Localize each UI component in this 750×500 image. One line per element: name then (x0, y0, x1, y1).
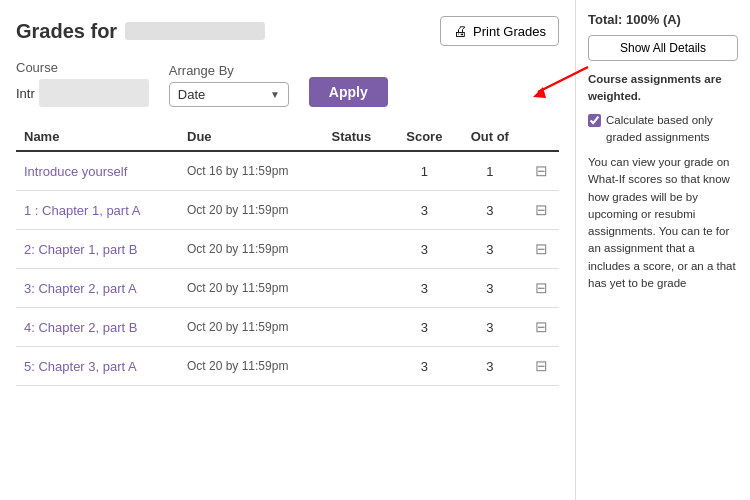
due-date: Oct 20 by 11:59pm (179, 230, 324, 269)
edit-score-icon[interactable]: ⊟ (535, 357, 548, 374)
due-date: Oct 20 by 11:59pm (179, 308, 324, 347)
checkbox-label: Calculate based only graded assignments (606, 112, 738, 147)
course-prefix: Intr (16, 86, 35, 101)
score-cell: 1 (392, 151, 456, 191)
assignment-link[interactable]: 2: Chapter 1, part B (24, 242, 137, 257)
outof-cell: 1 (456, 151, 523, 191)
table-header-row: Name Due Status Score Out of (16, 123, 559, 151)
col-outof: Out of (456, 123, 523, 151)
info-text: You can view your grade on What-If score… (588, 154, 738, 292)
show-all-details-button[interactable]: Show All Details (588, 35, 738, 61)
edit-score-icon[interactable]: ⊟ (535, 240, 548, 257)
chevron-down-icon: ▼ (270, 89, 280, 100)
filters-row: Course Intr Arrange By Date ▼ Apply (16, 60, 559, 107)
assignment-link[interactable]: 3: Chapter 2, part A (24, 281, 137, 296)
edit-score-icon[interactable]: ⊟ (535, 318, 548, 335)
grades-table: Name Due Status Score Out of Introduce y… (16, 123, 559, 386)
page-title: Grades for (16, 20, 265, 43)
table-row: 4: Chapter 2, part BOct 20 by 11:59pm33⊟ (16, 308, 559, 347)
print-button-label: Print Grades (473, 24, 546, 39)
score-cell: 3 (392, 308, 456, 347)
status-cell (324, 191, 393, 230)
status-cell (324, 269, 393, 308)
course-input-blurred[interactable] (39, 79, 149, 107)
score-cell: 3 (392, 269, 456, 308)
assignment-link[interactable]: Introduce yourself (24, 164, 127, 179)
info-box: Course assignments are weighted. Calcula… (588, 71, 738, 292)
assignment-link[interactable]: 4: Chapter 2, part B (24, 320, 137, 335)
right-panel: Total: 100% (A) Show All Details Course … (575, 0, 750, 500)
page-header: Grades for 🖨 Print Grades (16, 16, 559, 46)
table-row: 2: Chapter 1, part BOct 20 by 11:59pm33⊟ (16, 230, 559, 269)
col-status: Status (324, 123, 393, 151)
edit-score-icon[interactable]: ⊟ (535, 279, 548, 296)
course-label: Course (16, 60, 149, 75)
outof-cell: 3 (456, 269, 523, 308)
due-date: Oct 20 by 11:59pm (179, 191, 324, 230)
assignment-link[interactable]: 5: Chapter 3, part A (24, 359, 137, 374)
arrange-by-select[interactable]: Date ▼ (169, 82, 289, 107)
arrange-label: Arrange By (169, 63, 289, 78)
col-actions (523, 123, 559, 151)
total-grade: Total: 100% (A) (588, 12, 738, 27)
info-heading: Course assignments are weighted. (588, 71, 738, 106)
outof-cell: 3 (456, 191, 523, 230)
score-cell: 3 (392, 230, 456, 269)
status-cell (324, 347, 393, 386)
due-date: Oct 20 by 11:59pm (179, 269, 324, 308)
outof-cell: 3 (456, 347, 523, 386)
apply-button[interactable]: Apply (309, 77, 388, 107)
print-grades-button[interactable]: 🖨 Print Grades (440, 16, 559, 46)
due-date: Oct 20 by 11:59pm (179, 347, 324, 386)
col-name: Name (16, 123, 179, 151)
status-cell (324, 308, 393, 347)
checkbox-row: Calculate based only graded assignments (588, 112, 738, 147)
student-name-blurred (125, 22, 265, 40)
left-panel: Grades for 🖨 Print Grades Course Intr Ar… (0, 0, 575, 500)
assignment-link[interactable]: 1 : Chapter 1, part A (24, 203, 140, 218)
status-cell (324, 151, 393, 191)
table-row: 5: Chapter 3, part AOct 20 by 11:59pm33⊟ (16, 347, 559, 386)
outof-cell: 3 (456, 308, 523, 347)
edit-score-icon[interactable]: ⊟ (535, 162, 548, 179)
table-row: Introduce yourselfOct 16 by 11:59pm11⊟ (16, 151, 559, 191)
print-icon: 🖨 (453, 23, 467, 39)
score-cell: 3 (392, 191, 456, 230)
outof-cell: 3 (456, 230, 523, 269)
course-input-wrapper: Intr (16, 79, 149, 107)
score-cell: 3 (392, 347, 456, 386)
due-date: Oct 16 by 11:59pm (179, 151, 324, 191)
arrange-filter-group: Arrange By Date ▼ (169, 63, 289, 107)
table-row: 3: Chapter 2, part AOct 20 by 11:59pm33⊟ (16, 269, 559, 308)
grades-for-label: Grades for (16, 20, 117, 43)
edit-score-icon[interactable]: ⊟ (535, 201, 548, 218)
status-cell (324, 230, 393, 269)
col-due: Due (179, 123, 324, 151)
calculate-based-checkbox[interactable] (588, 114, 601, 127)
table-row: 1 : Chapter 1, part AOct 20 by 11:59pm33… (16, 191, 559, 230)
arrange-value: Date (178, 87, 205, 102)
course-filter-group: Course Intr (16, 60, 149, 107)
col-score: Score (392, 123, 456, 151)
